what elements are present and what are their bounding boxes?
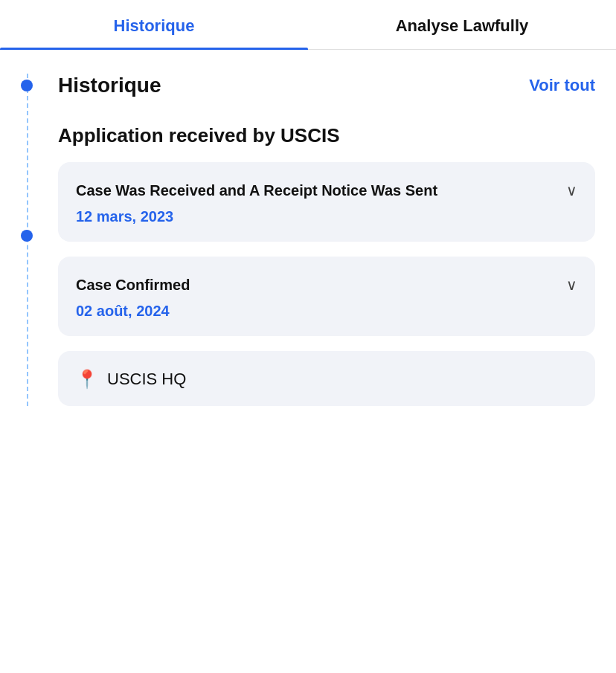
card-receipt-title: Case Was Received and A Receipt Notice W… xyxy=(76,180,566,201)
timeline-dot-1 xyxy=(21,80,33,91)
card-receipt[interactable]: Case Was Received and A Receipt Notice W… xyxy=(58,162,595,242)
card-confirmed-title: Case Confirmed xyxy=(76,274,566,295)
card-confirmed-header: Case Confirmed ∨ xyxy=(76,274,577,295)
chevron-down-icon-2: ∨ xyxy=(566,276,577,294)
card-confirmed[interactable]: Case Confirmed ∨ 02 août, 2024 xyxy=(58,257,595,336)
card-location[interactable]: 📍 USCIS HQ xyxy=(58,351,595,406)
card-confirmed-date: 02 août, 2024 xyxy=(76,303,577,320)
section-title: Historique xyxy=(58,74,161,97)
location-row: 📍 USCIS HQ xyxy=(76,369,577,390)
voir-tout-button[interactable]: Voir tout xyxy=(529,76,595,95)
tab-analyse[interactable]: Analyse Lawfully xyxy=(308,0,616,49)
tab-historique[interactable]: Historique xyxy=(0,0,308,49)
main-content: Historique Voir tout Application receive… xyxy=(0,50,616,448)
chevron-down-icon: ∨ xyxy=(566,181,577,199)
location-text: USCIS HQ xyxy=(107,370,186,389)
tab-bar: Historique Analyse Lawfully xyxy=(0,0,616,50)
card-receipt-date: 12 mars, 2023 xyxy=(76,208,577,225)
sub-section-title: Application received by USCIS xyxy=(58,124,595,147)
card-receipt-header: Case Was Received and A Receipt Notice W… xyxy=(76,180,577,201)
timeline-container: Historique Voir tout Application receive… xyxy=(21,74,595,406)
section-header: Historique Voir tout xyxy=(58,74,595,97)
location-pin-icon: 📍 xyxy=(76,369,98,390)
sub-section-uscis: Application received by USCIS Case Was R… xyxy=(58,124,595,406)
timeline-dot-2 xyxy=(21,230,33,242)
